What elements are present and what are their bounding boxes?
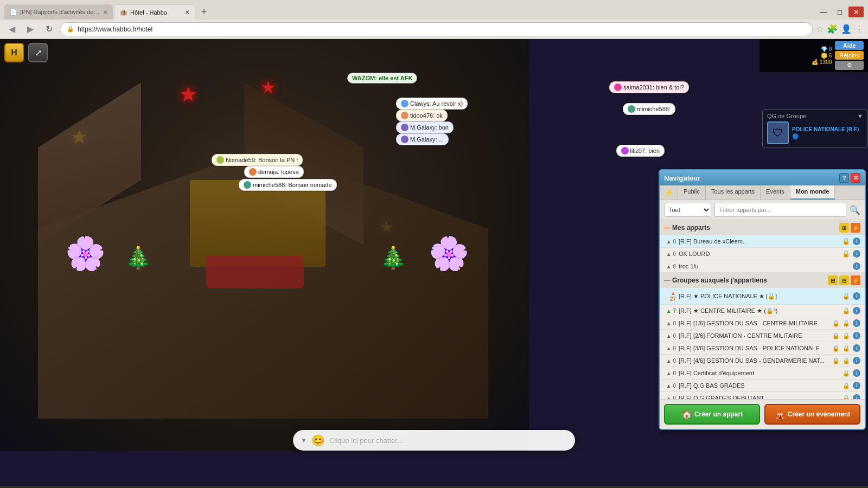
url-lock-icon: 🔒 [67, 25, 74, 33]
chat-face-icon: 😊 [311, 434, 325, 447]
nav-tab-monmonde[interactable]: Mon monde [790, 185, 835, 200]
room-row-centre[interactable]: ▲ 7 [R.F] ★ CENTRE MILITAIRE ★ (🔒²) 🔒 i [660, 305, 865, 317]
mimiche-top-avatar [628, 105, 635, 113]
create-room-button[interactable]: 🏠 Créer un appart [664, 404, 760, 425]
bookmark-icon[interactable]: ☆ [816, 24, 824, 34]
tab2-close[interactable]: ✕ [185, 9, 189, 15]
navigator-panel: Navigateur ? ✕ ⚡ Public Tous les apparts… [659, 169, 866, 430]
mimiche-bon-avatar [244, 181, 251, 189]
extension-icon[interactable]: 🧩 [827, 24, 838, 34]
nav-tab-public[interactable]: Public [678, 185, 706, 200]
rejoin-button[interactable]: Réjoins [835, 51, 864, 60]
section-groupes-grid2[interactable]: ⊟ [839, 275, 849, 285]
mgalaxy1-text: M.Galaxy: bon [410, 124, 449, 131]
section-groupes-header: — Groupes auxquels j'appartiens ⊞ ⊟ ⚡ [660, 273, 865, 288]
room-row-sas4[interactable]: ▲ 0 [R.F] [4/6] GESTION DU SAS - GENDARM… [660, 355, 865, 367]
nav-tab-events[interactable]: Events [761, 185, 790, 200]
nav-tab-icon[interactable]: ⚡ [660, 185, 678, 200]
room-count-police: ▲ 27 [664, 290, 676, 302]
mgalaxy1-avatar [401, 124, 409, 131]
section-collapse-icon[interactable]: — [664, 224, 671, 232]
liliz-text: liliz07: bien [630, 147, 660, 154]
filter-select[interactable]: Tout Nom Tags Propriétaire [664, 203, 711, 217]
room-info-form[interactable]: i [853, 332, 860, 339]
chat-input-wrapper[interactable]: ▼ 😊 Clique ici pour chatter... [293, 430, 575, 451]
navigator-close-button[interactable]: ✕ [851, 173, 860, 183]
room-lock-sas4b: 🔒 [843, 357, 850, 364]
room-info-police[interactable]: i [853, 292, 860, 300]
group-expand-icon[interactable]: ▼ [857, 113, 863, 119]
room-lock-formb: 🔒 [843, 332, 850, 339]
room-info-qg-bas[interactable]: i [853, 382, 860, 389]
room-lock-sas1b: 🔒 [843, 320, 850, 327]
tab1-close[interactable]: ✕ [103, 9, 107, 15]
room-name-sas3: [R.F] [3/6] GESTION DU SAS - POLICE NATI… [679, 345, 829, 351]
section-groupes-collapse-icon[interactable]: — [664, 277, 671, 284]
room-info-sas3[interactable]: i [853, 344, 860, 352]
room-info-sas1[interactable]: i [853, 319, 860, 327]
diamond-stat: 💎 0 [821, 46, 832, 52]
wazom-text: WAZOM: elle est AFK [352, 75, 412, 81]
room-lock-sas4a: 🔒 [832, 357, 840, 364]
room-row-sas3[interactable]: ▲ 0 [R.F] [3/6] GESTION DU SAS - POLICE … [660, 342, 865, 355]
url-bar[interactable]: 🔒 https://www.habbo.fr/hotel [60, 22, 813, 36]
section-groupes-grid1[interactable]: ⊞ [828, 275, 838, 285]
tab-inactive[interactable]: 📄 [PN] Rapports d'activités de xCle... ✕ [4, 4, 113, 20]
room-row-bureau[interactable]: ▲ 0 [R.F] Bureau de xCleem.. 🔒 i [660, 235, 865, 248]
navigator-help-button[interactable]: ? [839, 173, 849, 183]
tab2-label: Hôtel - Habbo [130, 9, 182, 16]
room-row-oklourd[interactable]: ▲ 0 OK LOURD 🔒 i [660, 248, 865, 260]
room-name-1: [R.F] Bureau de xCleem.. [679, 238, 839, 245]
chat-salma: salma2031: bien & toi? [609, 81, 689, 93]
section-orange-action[interactable]: ⚡ [851, 223, 860, 233]
nav-tab-tous[interactable]: Tous les apparts [706, 185, 761, 200]
home-button[interactable]: H [4, 43, 24, 62]
tab-active[interactable]: 🏨 Hôtel - Habbo ✕ [114, 4, 195, 20]
new-tab-button[interactable]: + [196, 4, 212, 20]
room-lock-sas1a: 🔒 [832, 320, 840, 327]
room-info-centre[interactable]: i [853, 307, 860, 314]
menu-icon[interactable]: ⋮ [855, 24, 864, 34]
navigator-content: — Mes apparts ⊞ ⚡ ▲ 0 [R.F] Bureau de xC… [660, 220, 865, 399]
aide-button[interactable]: Aide [835, 41, 864, 50]
group-badge: 🛡 [767, 121, 789, 144]
close-button[interactable]: ✕ [848, 7, 864, 17]
room-row-qg-deb[interactable]: ▲ 0 [R.F] Q.G GRADES DEBUTANT 🔒 i [660, 392, 865, 399]
section-grid-view[interactable]: ⊞ [839, 223, 849, 233]
room-row-qg-bas[interactable]: ▲ 0 [R.F] Q.G BAS GRADES 🔒 i [660, 380, 865, 392]
back-button[interactable]: ◀ [4, 22, 20, 37]
settings-button[interactable]: ⚙ [835, 61, 864, 70]
expand-icon: ⤢ [35, 48, 42, 58]
section-groupes: — Groupes auxquels j'appartiens ⊞ ⊟ ⚡ ▲ … [660, 273, 865, 399]
room-row-sas1[interactable]: ▲ 0 [R.F] [1/6] GESTION DU SAS - CENTRE … [660, 317, 865, 330]
forward-button[interactable]: ▶ [23, 22, 38, 37]
chat-mgalaxy2: M.Galaxy: ... [396, 133, 449, 145]
minimize-button[interactable]: — [816, 7, 831, 17]
room-row-police[interactable]: ▲ 27 [R.F] ★ POLICE NATIONALE ★ [🔒] 🔒 i [660, 288, 865, 305]
xmas-tree-2: 🎄 [380, 245, 407, 271]
maximize-button[interactable]: □ [832, 7, 847, 17]
room-info-sas4[interactable]: i [853, 357, 860, 364]
expand-button[interactable]: ⤢ [28, 43, 48, 62]
room-furniture [190, 180, 326, 267]
room-row-troc[interactable]: ▲ 0 troc 1/u i [660, 260, 865, 273]
create-event-button[interactable]: 🎪 Créer un événement [764, 404, 860, 425]
room-row-cert[interactable]: ▲ 0 [R.F] Certificat d'équipement 🔒 i [660, 367, 865, 380]
filter-search[interactable] [714, 203, 846, 217]
room-row-form[interactable]: ▲ 0 [R.F] [2/6] FORMATION - CENTRE MILIT… [660, 330, 865, 342]
profile-icon[interactable]: 👤 [841, 24, 852, 34]
room-count-qg-bas: ▲ 0 [664, 383, 676, 389]
room-info-cert[interactable]: i [853, 369, 860, 377]
room-info-btn-2[interactable]: i [853, 250, 860, 258]
room-info-btn-3[interactable]: i [853, 262, 860, 270]
url-text: https://www.habbo.fr/hotel [78, 25, 152, 33]
filter-search-icon[interactable]: 🔍 [850, 205, 860, 215]
refresh-button[interactable]: ↻ [41, 22, 56, 37]
group-header: QG de Groupe ▼ [767, 113, 863, 119]
chat-placeholder-text: Clique ici pour chatter... [329, 436, 403, 445]
room-name-centre: [R.F] ★ CENTRE MILITAIRE ★ (🔒²) [679, 307, 840, 314]
navigator-title-controls: ? ✕ [839, 173, 860, 183]
room-info-btn-1[interactable]: i [853, 237, 860, 245]
section-groupes-orange[interactable]: ⚡ [851, 275, 860, 285]
room-info-qg-deb[interactable]: i [853, 394, 860, 399]
